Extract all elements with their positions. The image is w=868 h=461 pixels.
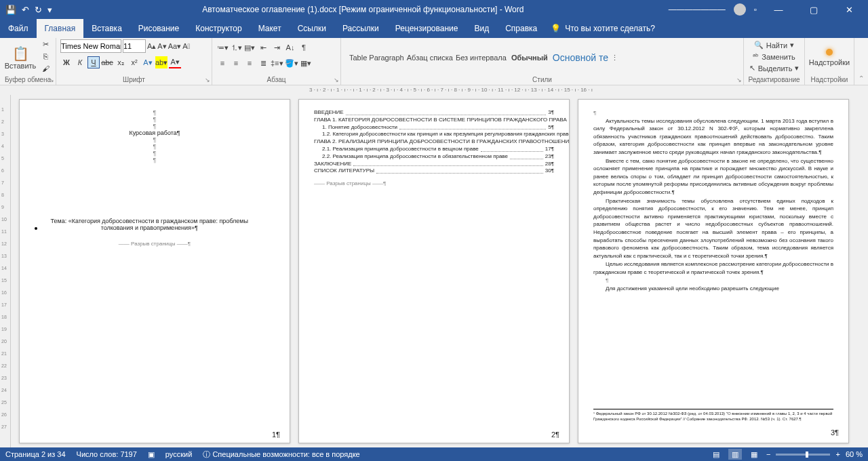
bold-button[interactable]: Ж (60, 56, 73, 68)
toc-line: ВВЕДЕНИЕ3¶ (314, 109, 554, 117)
clipboard-launcher-icon[interactable]: ↘ (49, 77, 54, 83)
tab-design[interactable]: Конструктор (187, 19, 250, 38)
tab-file[interactable]: Файл (0, 19, 37, 38)
view-print-icon[interactable]: ▥ (728, 449, 742, 460)
styles-more-icon[interactable]: ⋮ (611, 54, 618, 62)
page-2[interactable]: ВВЕДЕНИЕ3¶ГЛАВА 1. КАТЕГОРИЯ ДОБРОСОВЕСТ… (298, 99, 570, 443)
replace-icon: ᵃᵇ (753, 52, 759, 61)
subscript-button[interactable]: x₂ (115, 56, 127, 68)
a11y-icon: ⓘ (203, 450, 210, 458)
text-effects-icon[interactable]: A▾ (142, 56, 154, 68)
tab-references[interactable]: Ссылки (290, 19, 334, 38)
status-page[interactable]: Страница 2 из 34 (5, 450, 66, 458)
cut-button[interactable]: ✂ (39, 40, 52, 51)
minimize-button[interactable]: — (765, 5, 792, 15)
tell-me[interactable]: 💡 Что вы хотите сделать? (551, 24, 655, 33)
line-spacing-icon[interactable]: ‡≡▾ (271, 57, 283, 69)
clear-format-icon[interactable]: Aͦ (182, 42, 190, 50)
tab-home[interactable]: Главная (37, 19, 84, 38)
font-size-select[interactable] (123, 39, 146, 53)
status-lang[interactable]: русский (165, 450, 192, 458)
italic-button[interactable]: К (74, 56, 86, 68)
align-center-icon[interactable]: ≡ (230, 57, 242, 69)
view-web-icon[interactable]: ▦ (747, 449, 761, 460)
sort-icon[interactable]: A↓ (284, 41, 296, 54)
tab-review[interactable]: Рецензирование (387, 19, 467, 38)
maximize-button[interactable]: ▢ (800, 5, 827, 15)
justify-icon[interactable]: ≣ (257, 57, 269, 69)
superscript-button[interactable]: x² (128, 56, 140, 68)
select-button[interactable]: ↖Выделить ▾ (749, 64, 800, 73)
increase-indent-icon[interactable]: ⇥ (271, 41, 283, 54)
paste-button[interactable]: 📋 Вставить (4, 40, 37, 75)
avatar[interactable] (734, 3, 746, 16)
page-number-1: 1¶ (272, 430, 280, 439)
addins-button[interactable]: Надстройки (809, 49, 850, 66)
tab-help[interactable]: Справка (497, 19, 545, 38)
highlight-icon[interactable]: ab▾ (155, 56, 167, 68)
close-button[interactable]: ✕ (835, 5, 863, 15)
shrink-font-icon[interactable]: A▾ (157, 42, 166, 51)
page-3[interactable]: ¶ Актуальность темы исследования обуслов… (578, 99, 849, 443)
page-1[interactable]: ¶¶¶ Курсовая работа¶ ¶¶¶¶ Тема: «Категор… (19, 99, 290, 443)
tab-insert[interactable]: Вставка (83, 19, 130, 38)
find-button[interactable]: 🔍Найти ▾ (754, 41, 794, 49)
multilevel-icon[interactable]: ▤▾ (243, 41, 256, 54)
decrease-indent-icon[interactable]: ⇤ (257, 41, 269, 54)
shading-icon[interactable]: 🪣▾ (285, 57, 298, 69)
style-no-spacing[interactable]: Без интервала (456, 54, 507, 62)
ribbon-options-icon[interactable]: ▫ (754, 5, 757, 14)
status-words[interactable]: Число слов: 7197 (77, 450, 137, 458)
tab-draw[interactable]: Рисование (130, 19, 187, 38)
grow-font-icon[interactable]: A▴ (147, 42, 156, 51)
toc-line: ГЛАВА 2. РЕАЛИЗАЦИЯ ПРИНЦИПА ДОБРОСОВЕСТ… (314, 138, 554, 146)
font-name-select[interactable] (60, 39, 121, 53)
format-painter-button[interactable]: 🖌 (39, 64, 52, 75)
window-title: Автоматческое оглавление (1).docx [Режим… (58, 5, 669, 14)
underline-button[interactable]: Ч (87, 56, 100, 68)
toc-line: 1. Понятие добросовестности5¶ (314, 124, 554, 132)
undo-icon[interactable]: ↶ (22, 5, 29, 15)
vertical-ruler[interactable]: 1234567891011121314151617181920212223242… (0, 95, 11, 447)
font-color-icon[interactable]: A▾ (169, 56, 181, 68)
style-table-paragraph[interactable]: Table Paragraph (349, 54, 404, 62)
numbering-icon[interactable]: ⒈▾ (230, 41, 242, 54)
bullets-icon[interactable]: ≔▾ (216, 41, 229, 54)
page1-theme: Тема: «Категория добросовестности в граж… (41, 218, 258, 231)
collapse-ribbon-icon[interactable]: ⌃ (859, 75, 864, 82)
qat-customize-icon[interactable]: ▾ (47, 5, 52, 15)
zoom-out-button[interactable]: − (766, 450, 770, 458)
zoom-level[interactable]: 60 % (846, 450, 863, 458)
tab-view[interactable]: Вид (466, 19, 497, 38)
spellcheck-icon[interactable]: ▣ (148, 450, 155, 459)
redo-icon[interactable]: ↻ (35, 5, 42, 15)
copy-button[interactable]: ⎘ (39, 52, 52, 63)
zoom-in-button[interactable]: + (835, 450, 840, 458)
show-marks-icon[interactable]: ¶ (298, 41, 310, 54)
styles-launcher-icon[interactable]: ↘ (736, 77, 742, 83)
ribbon-tabs: Файл Главная Вставка Рисование Конструкт… (0, 19, 868, 38)
lightbulb-icon: 💡 (551, 24, 561, 33)
replace-button[interactable]: ᵃᵇЗаменить (753, 52, 795, 61)
style-heading[interactable]: Основной те (553, 52, 608, 63)
footnote: ¹ Федеральный закон РФ от 30.12.2012 №30… (593, 409, 833, 422)
page-number-3: 3¶ (831, 428, 839, 439)
font-launcher-icon[interactable]: ↘ (205, 77, 210, 83)
align-left-icon[interactable]: ≡ (216, 57, 229, 69)
change-case-icon[interactable]: Aa▾ (168, 42, 181, 51)
style-list-paragraph[interactable]: Абзац списка (407, 54, 453, 62)
style-normal[interactable]: Обычный (509, 54, 550, 62)
tab-layout[interactable]: Макет (250, 19, 290, 38)
align-right-icon[interactable]: ≡ (243, 57, 256, 69)
horizontal-ruler[interactable]: 3 · ı · 2 · ı · 1 · ı · · ı · 1 · ı · 2 … (11, 85, 857, 95)
borders-icon[interactable]: ▦▾ (300, 57, 312, 69)
strike-button[interactable]: abc (101, 56, 113, 68)
status-a11y[interactable]: ⓘ Специальные возможности: все в порядке (203, 449, 359, 460)
tab-mailings[interactable]: Рассылки (334, 19, 387, 38)
paragraph-launcher-icon[interactable]: ↘ (334, 77, 339, 83)
view-read-icon[interactable]: ▤ (709, 449, 723, 460)
clipboard-icon: 📋 (12, 45, 29, 62)
zoom-slider[interactable] (776, 454, 830, 456)
user-name[interactable]: ——————— (669, 5, 726, 14)
save-icon[interactable]: 💾 (5, 5, 16, 15)
